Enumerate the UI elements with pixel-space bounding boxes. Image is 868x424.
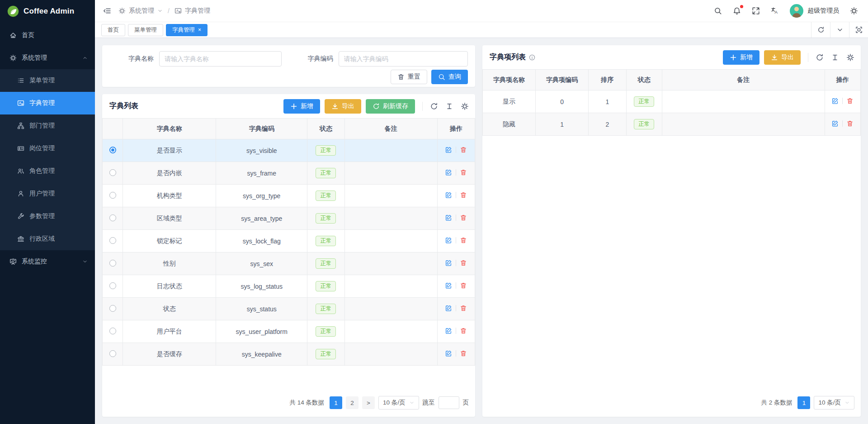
table-row[interactable]: 区域类型sys_area_type正常 (103, 207, 475, 230)
export-dict-button[interactable]: 导出 (325, 99, 361, 114)
add-dict-button[interactable]: 新增 (283, 99, 320, 114)
edit-icon[interactable] (445, 305, 452, 312)
column-settings-button[interactable] (846, 53, 854, 62)
edit-icon[interactable] (445, 259, 452, 267)
page-button-1[interactable]: 1 (797, 396, 810, 409)
table-row[interactable]: 状态sys_status正常 (103, 298, 475, 320)
refresh-table-button[interactable] (430, 102, 438, 110)
search-button[interactable] (714, 7, 722, 15)
tab-字典管理[interactable]: 字典管理 × (166, 24, 208, 36)
sidebar-collapse-button[interactable] (103, 7, 111, 15)
divider (842, 98, 843, 104)
tab-首页[interactable]: 首页 (101, 24, 125, 36)
tab-菜单管理[interactable]: 菜单管理 (128, 24, 163, 36)
edit-icon[interactable] (445, 237, 452, 244)
delete-icon[interactable] (460, 259, 467, 267)
sidebar-item-role[interactable]: 角色管理 (0, 160, 95, 182)
edit-icon[interactable] (445, 169, 452, 176)
dict-code-input[interactable] (339, 51, 468, 67)
sidebar-item-user[interactable]: 用户管理 (0, 182, 95, 205)
refresh-table-button[interactable] (816, 53, 824, 62)
edit-icon[interactable] (445, 350, 452, 357)
language-button[interactable] (771, 7, 779, 15)
sidebar-item-monitor[interactable]: 系统监控 (0, 250, 95, 273)
query-button[interactable]: 查询 (431, 70, 468, 84)
delete-icon[interactable] (846, 120, 854, 127)
table-row[interactable]: 机构类型sys_org_type正常 (103, 185, 475, 207)
delete-icon[interactable] (460, 237, 467, 244)
sidebar-item-post[interactable]: 岗位管理 (0, 137, 95, 160)
column-settings-button[interactable] (461, 102, 469, 110)
delete-icon[interactable] (846, 97, 854, 105)
sidebar-item-menu[interactable]: 菜单管理 (0, 69, 95, 92)
delete-icon[interactable] (460, 350, 467, 357)
row-radio[interactable] (109, 169, 116, 176)
table-row[interactable]: 锁定标记sys_lock_flag正常 (103, 230, 475, 252)
notifications-button[interactable] (733, 7, 741, 15)
row-radio[interactable] (109, 214, 116, 221)
edit-icon[interactable] (831, 120, 839, 127)
page-jump-input[interactable] (439, 396, 459, 409)
dict-item-pagination: 共 2 条数据110 条/页 (482, 391, 861, 417)
row-radio[interactable] (109, 350, 116, 357)
table-row[interactable]: 是否显示sys_visible正常 (103, 139, 475, 162)
row-radio[interactable] (109, 260, 116, 267)
table-row[interactable]: 隐藏12正常 (483, 113, 861, 136)
add-dict-item-button[interactable]: 新增 (723, 50, 760, 65)
refresh-cache-button[interactable]: 刷新缓存 (366, 99, 415, 114)
row-radio[interactable] (109, 328, 116, 334)
edit-icon[interactable] (445, 191, 452, 199)
delete-icon[interactable] (460, 282, 467, 289)
edit-icon[interactable] (445, 146, 452, 153)
next-page-button[interactable]: > (362, 396, 375, 409)
row-height-button[interactable] (445, 102, 453, 110)
row-radio[interactable] (109, 192, 116, 199)
table-row[interactable]: 是否缓存sys_keepalive正常 (103, 343, 475, 366)
breadcrumb-item-system[interactable]: 系统管理 (129, 7, 154, 15)
delete-icon[interactable] (460, 305, 467, 312)
remark-cell (344, 252, 437, 275)
row-height-button[interactable] (831, 53, 839, 62)
edit-icon[interactable] (445, 327, 452, 334)
page-button-2[interactable]: 2 (346, 396, 359, 409)
table-row[interactable]: 用户平台sys_user_platform正常 (103, 320, 475, 343)
sidebar-item-dept[interactable]: 部门管理 (0, 114, 95, 137)
sidebar-item-home[interactable]: 首页 (0, 24, 95, 47)
settings-button[interactable] (850, 7, 858, 15)
page-size-select[interactable]: 10 条/页 (378, 396, 419, 410)
refresh-page-button[interactable] (811, 22, 830, 38)
info-icon[interactable] (528, 54, 536, 61)
table-row[interactable]: 显示01正常 (483, 91, 861, 113)
sidebar-item-system[interactable]: 系统管理 (0, 47, 95, 69)
row-radio[interactable] (109, 237, 116, 244)
chevron-down-icon[interactable] (157, 8, 163, 14)
row-radio[interactable] (109, 147, 116, 153)
sidebar-item-dict[interactable]: 字典管理 (0, 92, 95, 114)
fullscreen-button[interactable] (752, 7, 760, 15)
export-dict-item-button[interactable]: 导出 (764, 50, 801, 65)
dict-name-input[interactable] (159, 51, 282, 67)
row-radio[interactable] (109, 305, 116, 312)
table-row[interactable]: 是否内嵌sys_frame正常 (103, 162, 475, 185)
user-menu[interactable]: 超级管理员 (790, 4, 839, 18)
reset-button[interactable]: 重置 (391, 70, 427, 84)
table-row[interactable]: 性别sys_sex正常 (103, 252, 475, 275)
sidebar-item-param[interactable]: 参数管理 (0, 205, 95, 228)
delete-icon[interactable] (460, 169, 467, 176)
row-radio[interactable] (109, 282, 116, 289)
edit-icon[interactable] (445, 282, 452, 289)
page-size-select[interactable]: 10 条/页 (814, 396, 854, 410)
app-logo[interactable]: Coffee Admin (0, 0, 95, 22)
sidebar-item-region[interactable]: 行政区域 (0, 228, 95, 250)
edit-icon[interactable] (445, 214, 452, 221)
table-row[interactable]: 日志状态sys_log_status正常 (103, 275, 475, 298)
tab-options-button[interactable] (830, 22, 849, 38)
close-icon[interactable]: × (198, 27, 201, 33)
edit-icon[interactable] (831, 97, 839, 105)
delete-icon[interactable] (460, 191, 467, 199)
delete-icon[interactable] (460, 214, 467, 221)
delete-icon[interactable] (460, 327, 467, 334)
page-button-1[interactable]: 1 (330, 396, 342, 409)
content-fullscreen-button[interactable] (849, 22, 868, 38)
delete-icon[interactable] (460, 146, 467, 153)
